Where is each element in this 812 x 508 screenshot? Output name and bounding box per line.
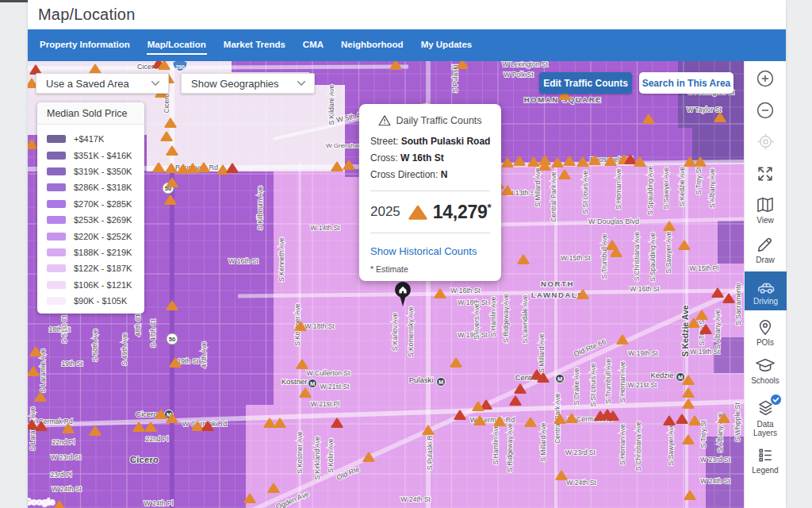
map-label: S Millard Ave (539, 422, 547, 462)
metro-station-m: M (557, 375, 562, 383)
map-label: W 18th St (304, 322, 335, 330)
metro-station-m: M (310, 380, 315, 387)
legend-item-label: $90K - $105K (74, 296, 127, 306)
popup-estimate-note: * Estimate (370, 264, 490, 274)
map-label: S Sawyer Ave (667, 423, 675, 465)
data-layers-button[interactable]: Data Layers (745, 398, 786, 437)
legend-title: Median Sold Price (37, 102, 144, 125)
map-label: 48th Ct (134, 314, 142, 337)
legend-swatch (47, 297, 66, 305)
legend-swatch (47, 167, 66, 175)
tab-property-information[interactable]: Property Information (31, 29, 139, 61)
legend-swatch (47, 183, 66, 191)
map-label: S Millard Ave (538, 333, 546, 373)
legend-button[interactable]: Legend (745, 445, 786, 477)
page-title: Map/Location (38, 6, 135, 24)
popup-street-row: Street: South Pulaski Road (370, 133, 490, 150)
legend-item-label: $270K - $285K (74, 199, 132, 209)
map-label: S Ridgeway Ave (506, 423, 514, 472)
legend-item: $351K - $416K (47, 147, 144, 163)
zoom-in-button[interactable] (745, 68, 786, 89)
map-label: S Karlov Ave (391, 312, 399, 351)
map-pin-icon (755, 317, 776, 337)
tab-market-trends[interactable]: Market Trends (215, 29, 294, 61)
map-label: 47th Ave (200, 341, 208, 368)
draw-button[interactable]: Draw (745, 234, 786, 266)
map-label: W Polk St (504, 71, 534, 79)
legend-item-label: $253K - $269K (74, 215, 132, 225)
schools-label: Schools (751, 376, 779, 385)
map-label: W Taylor St (687, 106, 722, 114)
geographies-dropdown[interactable]: Show Geographies (181, 73, 315, 94)
map-label: W 24th St (566, 479, 596, 487)
map-canvas[interactable]: CiceroW Lexington StW Polk StHOMAN SQUAR… (28, 61, 744, 508)
map-label: S St Louis Ave (581, 170, 589, 214)
map-label: S 49th Ave (121, 333, 128, 365)
legend-swatch (47, 200, 66, 208)
tab-bar: Property Information Map/Location Market… (28, 29, 786, 61)
edit-traffic-counts-button[interactable]: Edit Traffic Counts (539, 72, 632, 94)
legend-item-label: $351K - $416K (74, 151, 132, 160)
map-label: S Sacramento (734, 283, 742, 325)
legend-swatch (47, 152, 66, 160)
map-label: S Kenneth Ave (278, 237, 285, 282)
popup-divider (370, 190, 490, 191)
legend-item: $122K - $187K (47, 260, 144, 276)
map-label: S Komensky Ave (407, 306, 415, 357)
locate-button[interactable] (745, 132, 786, 152)
window-edge (0, 0, 28, 2)
tab-my-updates[interactable]: My Updates (412, 29, 481, 61)
legend-swatch (47, 233, 66, 241)
car-icon (755, 277, 777, 296)
map-label: S Kolin Ave (327, 438, 335, 473)
view-button[interactable]: View (745, 194, 786, 226)
map-label: W 24th St (400, 495, 431, 503)
popup-direction-row: Cross Direction: N (370, 167, 490, 183)
map-label: 19th St (62, 360, 84, 368)
search-in-this-area-button[interactable]: Search in This Area (639, 72, 733, 94)
map-label: S Trumbull Ave (600, 233, 608, 279)
pois-button[interactable]: POIs (745, 317, 786, 348)
map-label: W Cullerton St (307, 369, 350, 377)
layers-active-check-badge (770, 394, 782, 409)
tab-cma[interactable]: CMA (294, 29, 332, 61)
map-toolbar: View Draw Driving POIs Schools (744, 61, 786, 508)
zoom-out-button[interactable] (745, 100, 786, 121)
map-label: S Kedzie Ave (678, 167, 686, 207)
map-label: 22nd Pl (146, 435, 169, 443)
map-label: S Albany Ave (708, 168, 716, 208)
popup-year: 2025 (370, 204, 400, 220)
map-label: W 21st St (320, 383, 350, 391)
map-label: Central Park Ave (550, 171, 557, 222)
driving-label: Driving (753, 297, 778, 306)
legend-item-label: $220K - $252K (74, 232, 132, 241)
legend-item: $270K - $285K (47, 196, 144, 212)
content-body: CiceroW Lexington StW Polk StHOMAN SQUAR… (28, 61, 786, 508)
map-label: Google (28, 497, 55, 506)
driving-button[interactable]: Driving (745, 271, 787, 310)
legend-item: $286K - $318K (47, 179, 144, 195)
map-label: W 15th St (561, 254, 591, 262)
map-label: S Pulaski Rd (426, 431, 434, 470)
legend-item: $319K - $350K (47, 164, 144, 179)
fullscreen-button[interactable] (745, 164, 786, 183)
draw-label: Draw (756, 256, 774, 264)
pencil-icon (755, 234, 776, 255)
map-label: S Sawyer Ave (662, 167, 670, 209)
tab-map-location[interactable]: Map/Location (139, 29, 215, 61)
legend-list-icon (756, 445, 776, 465)
map-label: S Homan Ave (619, 424, 626, 465)
schools-button[interactable]: Schools (745, 355, 786, 387)
map-label: Cicero (136, 410, 157, 418)
show-historical-counts-link[interactable]: Show Historical Counts (370, 245, 490, 257)
map-label: S Ridgeway Ave (502, 294, 510, 343)
metro-station-m: M (678, 374, 683, 381)
tab-neighborhood[interactable]: Neighborhood (332, 29, 412, 61)
map-label: 22nd Pl (52, 438, 75, 446)
saved-area-dropdown[interactable]: Use a Saved Area (36, 73, 169, 94)
data-layers-label-2: Layers (753, 429, 777, 437)
legend-item-label: $122K - $187K (74, 264, 132, 273)
map-label: S Troy St (695, 167, 703, 195)
legend-item-label: $286K - $318K (74, 183, 132, 192)
map-label: W 23rd St (565, 448, 596, 456)
